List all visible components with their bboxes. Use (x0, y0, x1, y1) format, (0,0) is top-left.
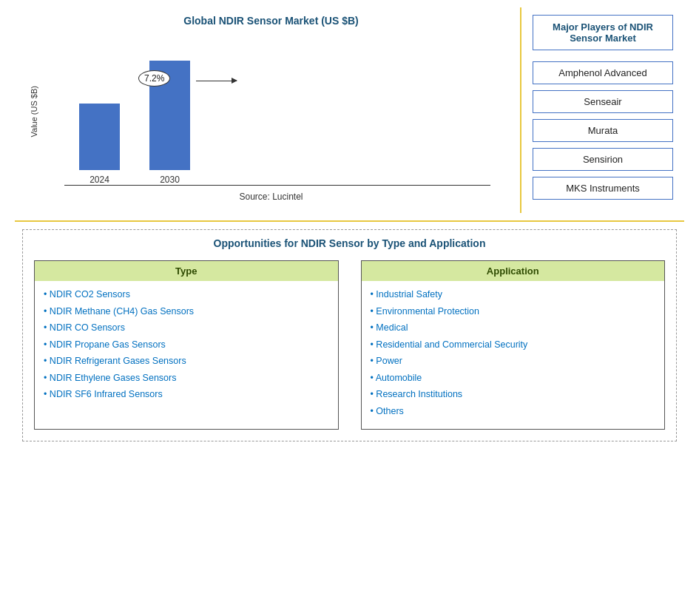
main-container: Global NDIR Sensor Market (US $B) Value … (0, 0, 699, 464)
type-item-5: NDIR Ethylene Gases Sensors (44, 372, 329, 385)
type-item-4: NDIR Refrigerant Gases Sensors (44, 355, 329, 368)
player-item-4: MKS Instruments (533, 177, 673, 200)
opportunities-section: Opportunities for NDIR Sensor by Type an… (22, 229, 677, 441)
x-axis-line (64, 185, 490, 186)
player-item-1: Senseair (533, 90, 673, 113)
type-item-1: NDIR Methane (CH4) Gas Sensors (44, 305, 329, 319)
bar-label-2024: 2024 (90, 175, 109, 185)
opportunities-title: Opportunities for NDIR Sensor by Type an… (34, 237, 665, 249)
two-columns: Type NDIR CO2 Sensors NDIR Methane (CH4)… (34, 260, 665, 430)
top-section: Global NDIR Sensor Market (US $B) Value … (15, 7, 684, 222)
players-panel: Major Players of NDIRSensor Market Amphe… (521, 7, 684, 213)
chart-wrapper: Value (US $B) 7.2% 2024 (30, 38, 513, 186)
app-item-2: Medical (371, 322, 656, 335)
y-axis-label: Value (US $B) (30, 86, 38, 138)
type-item-3: NDIR Propane Gas Sensors (44, 339, 329, 352)
application-header: Application (362, 261, 665, 281)
type-header: Type (35, 261, 338, 281)
type-item-0: NDIR CO2 Sensors (44, 288, 329, 302)
app-item-1: Environmental Protection (371, 305, 656, 319)
source-text: Source: Lucintel (30, 192, 513, 202)
application-items: Industrial Safety Environmental Protecti… (362, 288, 665, 418)
app-item-4: Power (371, 355, 656, 368)
player-item-3: Sensirion (533, 148, 673, 171)
chart-area: Global NDIR Sensor Market (US $B) Value … (15, 7, 521, 213)
type-items: NDIR CO2 Sensors NDIR Methane (CH4) Gas … (35, 288, 338, 402)
annotation-area: 7.2% (138, 70, 170, 87)
bar-group-2024: 2024 (79, 104, 120, 185)
bar-label-2030: 2030 (160, 175, 180, 185)
annotation-bubble: 7.2% (138, 70, 170, 87)
app-item-6: Research Institutions (371, 388, 656, 402)
type-column: Type NDIR CO2 Sensors NDIR Methane (CH4)… (34, 260, 339, 430)
player-item-0: Amphenol Advanced (533, 61, 673, 84)
app-item-5: Automobile (371, 372, 656, 385)
app-item-3: Residential and Commercial Security (371, 339, 656, 352)
bar-2024 (79, 104, 120, 170)
player-item-2: Murata (533, 119, 673, 142)
app-item-7: Others (371, 405, 656, 419)
app-item-0: Industrial Safety (371, 288, 656, 302)
application-column: Application Industrial Safety Environmen… (361, 260, 666, 430)
players-title: Major Players of NDIRSensor Market (533, 15, 673, 50)
players-title-text: Major Players of NDIRSensor Market (553, 21, 653, 44)
type-item-2: NDIR CO Sensors (44, 322, 329, 335)
chart-title: Global NDIR Sensor Market (US $B) (30, 15, 513, 27)
type-item-6: NDIR SF6 Infrared Sensors (44, 388, 329, 402)
chart-bars-area: 7.2% 2024 2030 (42, 67, 513, 186)
arrow-line (196, 81, 237, 81)
bars-container: 7.2% 2024 2030 (42, 67, 513, 185)
